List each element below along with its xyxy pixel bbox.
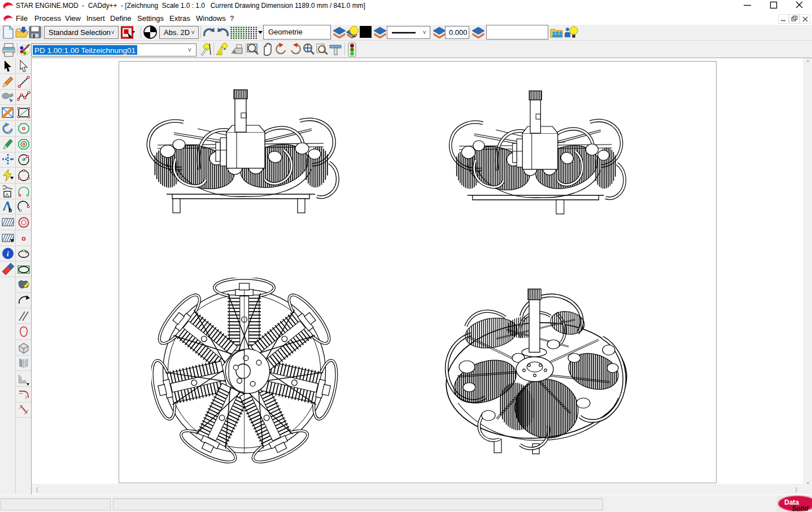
svg-text:i: i: [7, 250, 9, 258]
svg-text:Solid: Solid: [792, 505, 809, 512]
svg-text:b: b: [8, 207, 12, 213]
svg-text:A: A: [6, 192, 9, 198]
